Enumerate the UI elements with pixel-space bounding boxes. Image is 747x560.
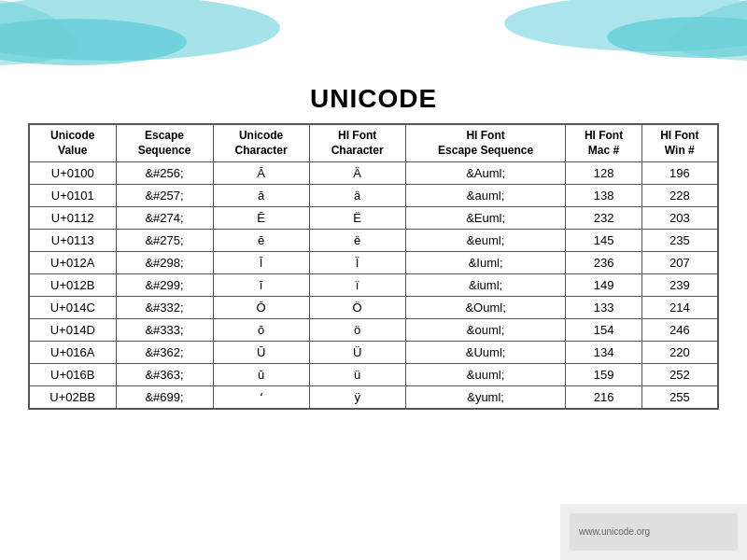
table-cell-r7-c2: ō bbox=[213, 319, 309, 342]
table-cell-r2-c4: &Euml; bbox=[405, 207, 566, 230]
table-cell-r3-c1: &#275; bbox=[116, 230, 213, 252]
table-cell-r7-c3: ö bbox=[309, 319, 405, 342]
table-cell-r8-c0: U+016A bbox=[29, 342, 116, 364]
table-cell-r6-c3: Ö bbox=[309, 297, 405, 319]
svg-point-3 bbox=[607, 17, 747, 58]
table-cell-r0-c0: U+0100 bbox=[29, 162, 116, 185]
table-cell-r2-c5: 232 bbox=[566, 207, 641, 230]
col-header-hifont-mac: HI FontMac # bbox=[566, 124, 641, 162]
table-cell-r9-c0: U+016B bbox=[29, 364, 116, 386]
table-cell-r2-c3: Ë bbox=[309, 207, 405, 230]
table-cell-r0-c6: 196 bbox=[641, 162, 718, 185]
table-cell-r10-c4: &yuml; bbox=[405, 386, 566, 410]
table-cell-r2-c6: 203 bbox=[641, 207, 718, 230]
table-cell-r1-c5: 138 bbox=[566, 185, 641, 207]
table-cell-r5-c6: 239 bbox=[641, 274, 718, 297]
svg-point-2 bbox=[504, 0, 747, 51]
table-cell-r5-c1: &#299; bbox=[116, 274, 213, 297]
table-cell-r6-c6: 214 bbox=[641, 297, 718, 319]
table-cell-r4-c2: Ī bbox=[213, 252, 309, 274]
table-row: U+012B&#299;īï&iuml;149239 bbox=[29, 274, 718, 297]
table-cell-r1-c4: &auml; bbox=[405, 185, 566, 207]
table-cell-r6-c0: U+014C bbox=[29, 297, 116, 319]
table-cell-r10-c6: 255 bbox=[641, 386, 718, 410]
table-cell-r10-c5: 216 bbox=[566, 386, 641, 410]
table-cell-r8-c1: &#362; bbox=[116, 342, 213, 364]
table-cell-r9-c1: &#363; bbox=[116, 364, 213, 386]
table-cell-r9-c6: 252 bbox=[641, 364, 718, 386]
table-cell-r4-c0: U+012A bbox=[29, 252, 116, 274]
watermark-area: www.unicode.org bbox=[560, 504, 747, 560]
table-cell-r4-c5: 236 bbox=[566, 252, 641, 274]
table-cell-r8-c4: &Uuml; bbox=[405, 342, 566, 364]
table-cell-r0-c5: 128 bbox=[566, 162, 641, 185]
table-cell-r4-c6: 207 bbox=[641, 252, 718, 274]
table-cell-r7-c6: 246 bbox=[641, 319, 718, 342]
col-header-unicode-value: UnicodeValue bbox=[29, 124, 116, 162]
table-cell-r1-c3: ä bbox=[309, 185, 405, 207]
unicode-table: UnicodeValue EscapeSequence UnicodeChara… bbox=[28, 123, 719, 410]
table-cell-r1-c2: ā bbox=[213, 185, 309, 207]
col-header-unicode-char: UnicodeCharacter bbox=[213, 124, 309, 162]
table-cell-r7-c1: &#333; bbox=[116, 319, 213, 342]
table-row: U+0112&#274;ĒË&Euml;232203 bbox=[29, 207, 718, 230]
table-cell-r5-c4: &iuml; bbox=[405, 274, 566, 297]
svg-text:www.unicode.org: www.unicode.org bbox=[578, 526, 650, 537]
table-row: U+02BB&#699;ʻÿ&yuml;216255 bbox=[29, 386, 718, 410]
table-cell-r10-c1: &#699; bbox=[116, 386, 213, 410]
table-cell-r2-c1: &#274; bbox=[116, 207, 213, 230]
table-cell-r10-c0: U+02BB bbox=[29, 386, 116, 410]
col-header-escape-seq: EscapeSequence bbox=[116, 124, 213, 162]
table-cell-r2-c2: Ē bbox=[213, 207, 309, 230]
table-cell-r5-c3: ï bbox=[309, 274, 405, 297]
table-cell-r9-c3: ü bbox=[309, 364, 405, 386]
table-cell-r5-c5: 149 bbox=[566, 274, 641, 297]
table-cell-r9-c2: ū bbox=[213, 364, 309, 386]
table-cell-r8-c3: Ü bbox=[309, 342, 405, 364]
table-cell-r1-c0: U+0101 bbox=[29, 185, 116, 207]
table-cell-r4-c3: Ï bbox=[309, 252, 405, 274]
table-cell-r0-c2: Ā bbox=[213, 162, 309, 185]
table-cell-r6-c2: Ō bbox=[213, 297, 309, 319]
col-header-hifont-escape: HI FontEscape Sequence bbox=[405, 124, 566, 162]
col-header-hifont-char: HI FontCharacter bbox=[309, 124, 405, 162]
table-cell-r3-c4: &euml; bbox=[405, 230, 566, 252]
table-cell-r10-c3: ÿ bbox=[309, 386, 405, 410]
table-row: U+0113&#275;ēë&euml;145235 bbox=[29, 230, 718, 252]
table-row: U+0101&#257;āä&auml;138228 bbox=[29, 185, 718, 207]
table-header-row: UnicodeValue EscapeSequence UnicodeChara… bbox=[29, 124, 718, 162]
table-row: U+012A&#298;ĪÏ&Iuml;236207 bbox=[29, 252, 718, 274]
table-cell-r0-c4: &Auml; bbox=[405, 162, 566, 185]
table-cell-r1-c1: &#257; bbox=[116, 185, 213, 207]
table-cell-r6-c1: &#332; bbox=[116, 297, 213, 319]
table-cell-r9-c5: 159 bbox=[566, 364, 641, 386]
table-cell-r8-c2: Ū bbox=[213, 342, 309, 364]
table-row: U+0100&#256;ĀÄ&Auml;128196 bbox=[29, 162, 718, 185]
table-cell-r2-c0: U+0112 bbox=[29, 207, 116, 230]
table-row: U+016A&#362;ŪÜ&Uuml;134220 bbox=[29, 342, 718, 364]
svg-point-0 bbox=[0, 0, 280, 61]
page-title: UNICODE bbox=[0, 84, 747, 114]
table-cell-r8-c5: 134 bbox=[566, 342, 641, 364]
table-cell-r6-c4: &Ouml; bbox=[405, 297, 566, 319]
table-row: U+014D&#333;ōö&ouml;154246 bbox=[29, 319, 718, 342]
table-cell-r9-c4: &uuml; bbox=[405, 364, 566, 386]
table-cell-r3-c5: 145 bbox=[566, 230, 641, 252]
table-cell-r8-c6: 220 bbox=[641, 342, 718, 364]
unicode-table-container: UnicodeValue EscapeSequence UnicodeChara… bbox=[28, 123, 719, 410]
table-row: U+016B&#363;ūü&uuml;159252 bbox=[29, 364, 718, 386]
table-cell-r1-c6: 228 bbox=[641, 185, 718, 207]
table-cell-r4-c4: &Iuml; bbox=[405, 252, 566, 274]
col-header-hifont-win: HI FontWin # bbox=[641, 124, 718, 162]
table-row: U+014C&#332;ŌÖ&Ouml;133214 bbox=[29, 297, 718, 319]
table-cell-r3-c6: 235 bbox=[641, 230, 718, 252]
table-cell-r0-c1: &#256; bbox=[116, 162, 213, 185]
table-cell-r7-c0: U+014D bbox=[29, 319, 116, 342]
table-cell-r3-c0: U+0113 bbox=[29, 230, 116, 252]
table-cell-r3-c2: ē bbox=[213, 230, 309, 252]
table-cell-r0-c3: Ä bbox=[309, 162, 405, 185]
table-cell-r10-c2: ʻ bbox=[213, 386, 309, 410]
table-cell-r4-c1: &#298; bbox=[116, 252, 213, 274]
table-cell-r6-c5: 133 bbox=[566, 297, 641, 319]
table-cell-r5-c2: ī bbox=[213, 274, 309, 297]
